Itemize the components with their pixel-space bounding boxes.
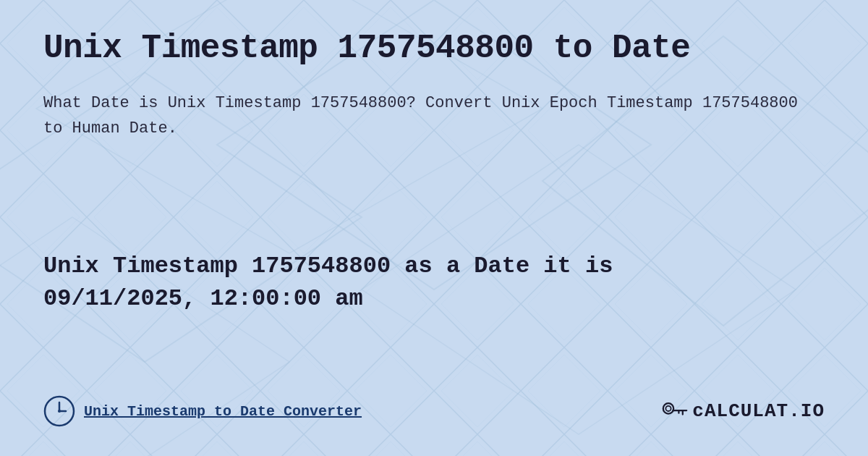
svg-point-13 xyxy=(58,410,61,413)
page-title: Unix Timestamp 1757548800 to Date xyxy=(43,29,825,69)
result-line2: 09/11/2025, 12:00:00 am xyxy=(43,285,363,312)
result-line1: Unix Timestamp 1757548800 as a Date it i… xyxy=(43,253,613,279)
page-description: What Date is Unix Timestamp 1757548800? … xyxy=(43,90,825,141)
logo-text: cALCULAT.IO xyxy=(692,400,825,422)
footer-link-text[interactable]: Unix Timestamp to Date Converter xyxy=(84,403,362,420)
logo-area: cALCULAT.IO xyxy=(662,398,825,424)
clock-icon xyxy=(43,395,75,427)
logo-icon xyxy=(662,398,688,424)
svg-point-15 xyxy=(666,406,671,411)
result-text: Unix Timestamp 1757548800 as a Date it i… xyxy=(43,250,613,316)
svg-point-14 xyxy=(663,403,673,413)
footer-link-area[interactable]: Unix Timestamp to Date Converter xyxy=(43,395,362,427)
